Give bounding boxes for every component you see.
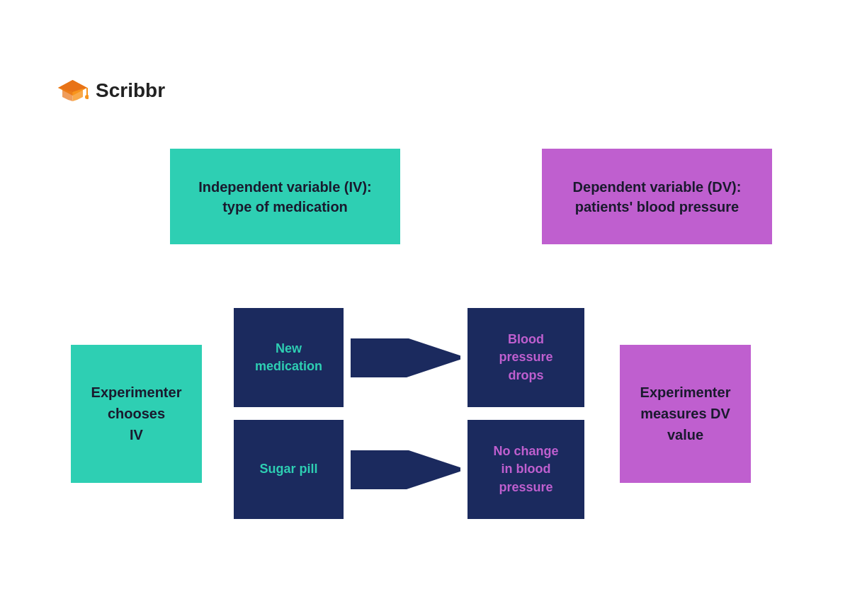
scribbr-logo-icon [57, 74, 89, 106]
experimenter-iv-box: Experimenter chooses IV [71, 345, 202, 483]
outcome-column: Blood pressure drops No change in blood … [468, 308, 584, 519]
arrow-top-container [344, 308, 468, 407]
logo-text: Scribbr [96, 79, 165, 102]
iv-box: Independent variable (IV): type of medic… [170, 149, 400, 244]
bp-drops-box: Blood pressure drops [468, 308, 584, 407]
arrow-top-icon [351, 338, 460, 377]
logo: Scribbr [57, 74, 165, 106]
medication-column: New medication Sugar pill [234, 308, 344, 519]
dv-label: Dependent variable (DV): patients' blood… [573, 177, 742, 217]
top-row: Independent variable (IV): type of medic… [170, 149, 772, 244]
svg-point-3 [85, 95, 89, 99]
experimenter-dv-label: Experimenter measures DV value [640, 382, 731, 445]
no-change-box: No change in blood pressure [468, 420, 584, 519]
experimenter-dv-box: Experimenter measures DV value [620, 345, 751, 483]
new-medication-label: New medication [255, 340, 322, 375]
dv-box: Dependent variable (DV): patients' blood… [542, 149, 772, 244]
sugar-pill-box: Sugar pill [234, 420, 344, 519]
iv-label: Independent variable (IV): type of medic… [198, 177, 371, 217]
arrow-bottom-icon [351, 450, 460, 489]
new-medication-box: New medication [234, 308, 344, 407]
arrow-bottom-container [344, 420, 468, 519]
no-change-label: No change in blood pressure [493, 443, 558, 496]
flow-row: Experimenter chooses IV New medication S… [71, 308, 751, 519]
arrow-column [344, 308, 468, 519]
bp-drops-label: Blood pressure drops [499, 331, 552, 384]
sugar-pill-label: Sugar pill [259, 460, 317, 478]
experimenter-iv-label: Experimenter chooses IV [91, 382, 182, 445]
